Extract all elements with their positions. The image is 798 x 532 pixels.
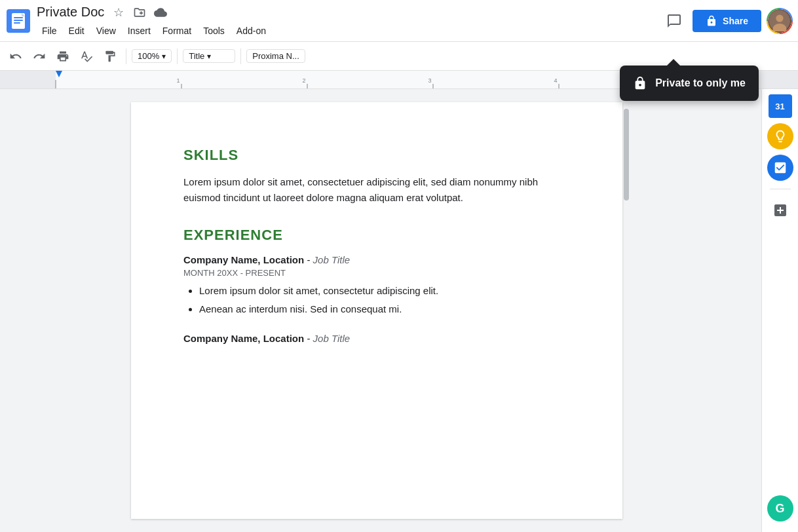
date-line-1: MONTH 20XX - PRESENT bbox=[183, 268, 570, 278]
docs-app-icon[interactable] bbox=[5, 8, 31, 34]
app-header: Private Doc ☆ File Edit View Insert Form… bbox=[0, 0, 798, 42]
sidebar-divider bbox=[770, 189, 791, 189]
undo-button[interactable] bbox=[5, 46, 26, 67]
document-area[interactable]: SKILLS Lorem ipsum dolor sit amet, conse… bbox=[0, 89, 761, 532]
zoom-value: 100% bbox=[138, 51, 159, 61]
zoom-selector[interactable]: 100% ▾ bbox=[132, 49, 172, 63]
toolbar-divider-2 bbox=[177, 48, 178, 64]
svg-text:1: 1 bbox=[176, 77, 180, 84]
popover-text: Private to only me bbox=[655, 77, 746, 89]
scrollbar-track[interactable] bbox=[622, 102, 630, 519]
menu-format[interactable]: Format bbox=[157, 23, 197, 39]
menu-file[interactable]: File bbox=[37, 23, 62, 39]
svg-rect-2 bbox=[14, 17, 23, 18]
redo-button[interactable] bbox=[29, 46, 50, 67]
svg-rect-4 bbox=[14, 22, 20, 24]
company-name-2[interactable]: Company Name, Location bbox=[183, 333, 304, 344]
skills-heading: SKILLS bbox=[183, 147, 570, 164]
calendar-sidebar-icon[interactable]: 31 bbox=[769, 94, 792, 118]
company-line-2: Company Name, Location - Job Title bbox=[183, 333, 570, 344]
calendar-label: 31 bbox=[775, 102, 784, 111]
bullet-list-1: Lorem ipsum dolor sit amet, consectetur … bbox=[199, 283, 570, 317]
font-selector[interactable]: Proxima N... bbox=[246, 49, 305, 63]
menu-insert[interactable]: Insert bbox=[123, 23, 156, 39]
add-sidebar-icon[interactable] bbox=[767, 197, 793, 223]
toolbar-divider-1 bbox=[126, 48, 126, 64]
print-button[interactable] bbox=[52, 46, 73, 67]
document-page: SKILLS Lorem ipsum dolor sit amet, conse… bbox=[131, 102, 622, 519]
experience-heading: EXPERIENCE bbox=[183, 227, 570, 244]
notes-sidebar-icon[interactable] bbox=[767, 123, 793, 149]
tasks-sidebar-icon[interactable] bbox=[767, 155, 793, 181]
svg-marker-19 bbox=[56, 71, 62, 77]
spellcheck-button[interactable] bbox=[76, 46, 97, 67]
avatar-inner bbox=[768, 9, 791, 33]
lock-icon bbox=[633, 76, 647, 90]
avatar-image bbox=[768, 9, 791, 33]
style-selector[interactable]: Title ▾ bbox=[183, 49, 235, 63]
style-chevron: ▾ bbox=[207, 52, 211, 61]
svg-rect-3 bbox=[14, 20, 23, 21]
doc-title[interactable]: Private Doc bbox=[37, 5, 104, 20]
header-right: Share bbox=[661, 8, 793, 34]
grammarly-button[interactable]: G bbox=[767, 495, 793, 522]
cloud-save-icon[interactable] bbox=[151, 3, 170, 22]
zoom-chevron: ▾ bbox=[162, 52, 166, 61]
paint-format-button[interactable] bbox=[100, 46, 121, 67]
doc-title-row: Private Doc ☆ bbox=[37, 3, 271, 22]
right-sidebar: 31 G bbox=[761, 89, 798, 532]
bullet-item[interactable]: Lorem ipsum dolor sit amet, consectetur … bbox=[199, 283, 570, 299]
main-area: SKILLS Lorem ipsum dolor sit amet, conse… bbox=[0, 89, 798, 532]
doc-title-area: Private Doc ☆ File Edit View Insert Form… bbox=[37, 3, 271, 39]
grammarly-label: G bbox=[775, 502, 784, 516]
title-icons: ☆ bbox=[109, 3, 170, 22]
separator-1: - bbox=[307, 254, 313, 265]
header-left: Private Doc ☆ File Edit View Insert Form… bbox=[5, 3, 661, 39]
company-name-1[interactable]: Company Name, Location bbox=[183, 254, 304, 265]
skills-body[interactable]: Lorem ipsum dolor sit amet, consectetuer… bbox=[183, 174, 570, 206]
scrollbar-thumb[interactable] bbox=[624, 109, 629, 200]
company-line-1: Company Name, Location - Job Title bbox=[183, 254, 570, 265]
star-icon[interactable]: ☆ bbox=[109, 3, 128, 22]
comments-button[interactable] bbox=[661, 8, 687, 34]
share-button[interactable]: Share bbox=[693, 10, 761, 32]
svg-text:3: 3 bbox=[428, 77, 431, 84]
menu-bar: File Edit View Insert Format Tools Add-o… bbox=[37, 23, 271, 39]
job-title-2[interactable]: Job Title bbox=[313, 333, 351, 344]
menu-edit[interactable]: Edit bbox=[64, 23, 90, 39]
bullet-item[interactable]: Aenean ac interdum nisi. Sed in consequa… bbox=[199, 301, 570, 317]
move-icon[interactable] bbox=[130, 3, 149, 22]
menu-tools[interactable]: Tools bbox=[198, 23, 230, 39]
style-value: Title bbox=[189, 51, 204, 61]
font-value: Proxima N... bbox=[252, 51, 299, 61]
share-label: Share bbox=[723, 16, 748, 26]
menu-view[interactable]: View bbox=[91, 23, 121, 39]
user-avatar[interactable] bbox=[767, 8, 793, 34]
separator-2: - bbox=[307, 333, 313, 344]
job-title-1[interactable]: Job Title bbox=[313, 254, 351, 265]
svg-point-6 bbox=[776, 14, 783, 22]
menu-addons[interactable]: Add-on bbox=[231, 23, 271, 39]
private-popover: Private to only me bbox=[620, 66, 759, 101]
toolbar-divider-3 bbox=[240, 48, 241, 64]
svg-text:4: 4 bbox=[554, 77, 557, 84]
svg-text:2: 2 bbox=[302, 77, 305, 84]
